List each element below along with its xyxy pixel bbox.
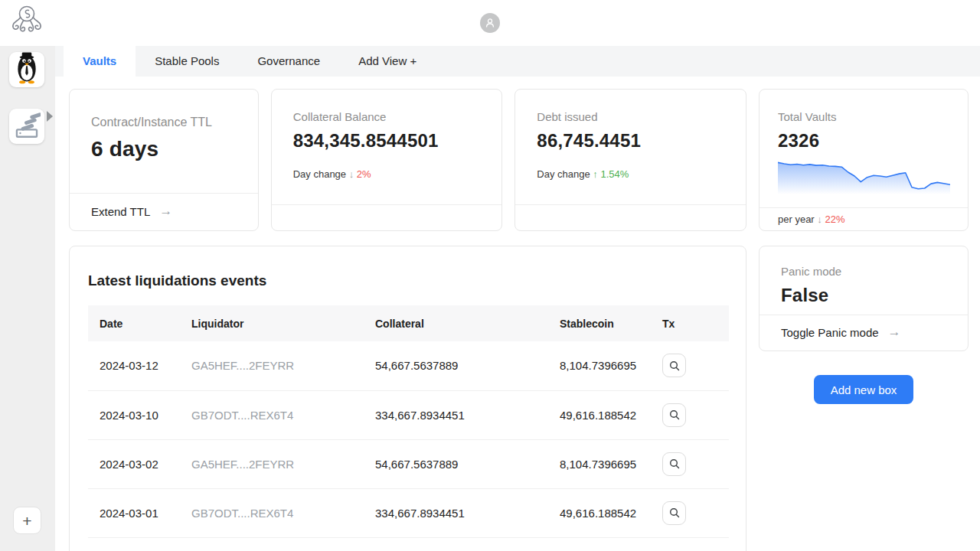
cell-date: 2024-03-10: [88, 390, 180, 439]
ttl-card-value: 6 days: [91, 137, 237, 161]
user-avatar[interactable]: [480, 13, 500, 33]
table-row: 2024-03-10 GB7ODT....REX6T4 334,667.8934…: [88, 390, 729, 439]
col-date: Date: [88, 305, 180, 341]
collateral-card-value: 834,345.8544501: [293, 130, 481, 152]
collateral-day-change: Day change ↓ 2%: [293, 168, 481, 180]
cell-liquidator: GA5HEF....2FEYRR: [180, 439, 364, 488]
collateral-balance-card: Collateral Balance 834,345.8544501 Day c…: [271, 89, 503, 231]
liquidations-title: Latest liquidations events: [88, 272, 727, 289]
cell-date: 2024-03-01: [88, 488, 180, 537]
ttl-card-title: Contract/Instance TTL: [91, 116, 237, 129]
table-row: 2024-03-12 GA5HEF....2FEYRR 54,667.56378…: [88, 341, 729, 390]
cell-tx: [651, 439, 729, 488]
cell-tx: [651, 390, 729, 439]
debt-change-pct: 1.54%: [600, 168, 629, 180]
view-tx-button[interactable]: [662, 452, 686, 476]
octopus-logo-icon: [8, 3, 46, 46]
collateral-card-title: Collateral Balance: [293, 110, 481, 123]
tab-add-view[interactable]: Add View +: [339, 46, 436, 77]
cell-tx: [651, 341, 729, 390]
debt-issued-card: Debt issued 86,745.4451 Day change ↑ 1.5…: [514, 89, 746, 231]
search-icon: [669, 458, 680, 469]
debt-day-change: Day change ↑ 1.54%: [537, 168, 724, 180]
collateral-card-footer: [272, 204, 502, 230]
active-workspace-arrow-icon: [47, 111, 53, 122]
cell-liquidator: GB7ODT....REX6T4: [180, 390, 364, 439]
debt-card-footer: [515, 204, 746, 230]
table-header-row: Date Liquidator Collateral Stablecoin Tx: [88, 305, 729, 341]
liquidations-tbody: 2024-03-12 GA5HEF....2FEYRR 54,667.56378…: [88, 341, 729, 537]
penguin-icon: [13, 52, 41, 87]
col-tx: Tx: [651, 305, 729, 341]
cell-collateral: 54,667.5637889: [364, 439, 548, 488]
workspace-sidebar: +: [0, 46, 55, 551]
view-tx-button[interactable]: [662, 354, 686, 377]
total-vaults-title: Total Vaults: [778, 110, 949, 123]
liquidations-card: Latest liquidations events Date Liquidat…: [69, 246, 746, 551]
total-vaults-footer: per year ↓ 22%: [760, 207, 968, 230]
up-arrow-icon: ↑: [593, 168, 598, 180]
view-tabs: Vaults Stable Pools Governance Add View …: [55, 46, 980, 77]
total-vaults-sparkline-chart: [778, 158, 949, 194]
total-vaults-card: Total Vaults 2326: [759, 89, 969, 231]
toggle-panic-mode-button[interactable]: Toggle Panic mode →: [760, 315, 968, 350]
cell-stablecoin: 8,104.7396695: [548, 341, 651, 390]
panic-mode-title: Panic mode: [781, 265, 946, 278]
top-header: [0, 0, 980, 46]
total-vaults-value: 2326: [778, 130, 949, 152]
ttl-card: Contract/Instance TTL 6 days Extend TTL …: [69, 89, 259, 231]
col-collateral: Collateral: [364, 305, 548, 341]
add-new-box-button[interactable]: Add new box: [814, 375, 913, 404]
debt-card-title: Debt issued: [537, 110, 724, 123]
collateral-change-pct: 2%: [357, 168, 371, 180]
tab-vaults[interactable]: Vaults: [64, 46, 136, 77]
cell-date: 2024-03-02: [88, 439, 180, 488]
cell-date: 2024-03-12: [88, 341, 180, 390]
cell-stablecoin: 49,616.188542: [548, 488, 651, 537]
cell-tx: [651, 488, 729, 537]
sidebar-item-ledger-workspace[interactable]: [9, 109, 44, 144]
cell-collateral: 54,667.5637889: [364, 341, 548, 390]
down-arrow-icon: ↓: [817, 214, 822, 225]
col-liquidator: Liquidator: [180, 305, 364, 341]
col-stablecoin: Stablecoin: [548, 305, 651, 341]
liquidations-table: Date Liquidator Collateral Stablecoin Tx…: [88, 305, 729, 538]
extend-ttl-button[interactable]: Extend TTL →: [70, 193, 258, 230]
search-icon: [669, 360, 680, 371]
extend-ttl-label: Extend TTL: [91, 205, 150, 218]
view-tx-button[interactable]: [662, 403, 686, 427]
tab-stable-pools[interactable]: Stable Pools: [136, 46, 238, 77]
debt-card-value: 86,745.4451: [537, 130, 724, 152]
total-vaults-change-pct: 22%: [825, 214, 844, 225]
cell-stablecoin: 49,616.188542: [548, 390, 651, 439]
table-row: 2024-03-01 GB7ODT....REX6T4 334,667.8934…: [88, 488, 729, 537]
panic-mode-card: Panic mode False Toggle Panic mode →: [759, 246, 969, 351]
ledger-icon: [13, 111, 41, 142]
right-arrow-icon: →: [159, 204, 172, 219]
search-icon: [669, 507, 680, 518]
add-workspace-button[interactable]: +: [13, 507, 41, 534]
right-arrow-icon: →: [888, 324, 901, 340]
cell-stablecoin: 8,104.7396695: [548, 439, 651, 488]
panic-mode-value: False: [781, 285, 946, 306]
cell-liquidator: GA5HEF....2FEYRR: [180, 341, 364, 390]
table-row: 2024-03-02 GA5HEF....2FEYRR 54,667.56378…: [88, 439, 729, 488]
cell-liquidator: GB7ODT....REX6T4: [180, 488, 364, 537]
tab-governance[interactable]: Governance: [238, 46, 339, 77]
down-arrow-icon: ↓: [349, 168, 354, 180]
toggle-panic-label: Toggle Panic mode: [781, 326, 879, 339]
view-tx-button[interactable]: [662, 501, 686, 525]
sidebar-item-penguin-workspace[interactable]: [9, 52, 44, 87]
cell-collateral: 334,667.8934451: [364, 488, 548, 537]
cell-collateral: 334,667.8934451: [364, 390, 548, 439]
search-icon: [669, 409, 680, 420]
